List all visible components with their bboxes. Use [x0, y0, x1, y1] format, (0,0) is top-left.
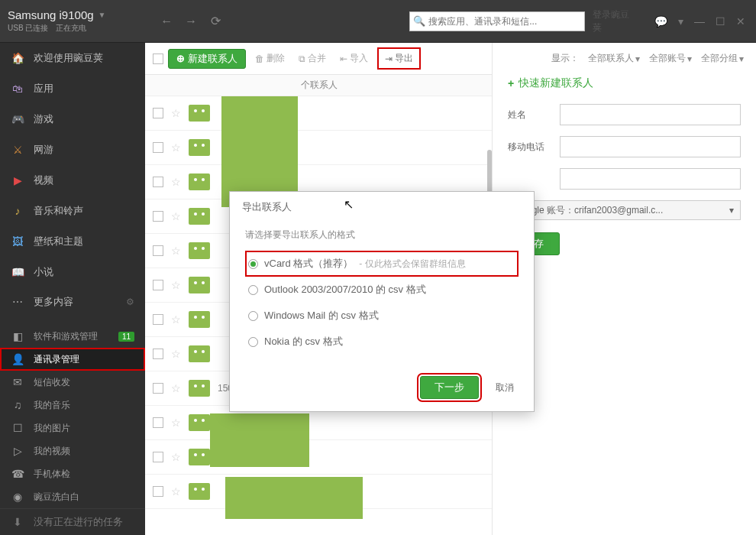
cancel-button[interactable]: 取消 [488, 377, 522, 399]
sidebar-item-health[interactable]: ☎手机体检 [0, 462, 145, 485]
phone-icon: ☎ [11, 467, 24, 481]
sidebar-item-my-pics[interactable]: ☐我的图片 [0, 417, 145, 439]
star-icon[interactable]: ☆ [171, 107, 181, 119]
sidebar-item-wallpaper[interactable]: 🖼壁纸和主题 [0, 226, 145, 257]
star-icon[interactable]: ☆ [171, 451, 181, 463]
filter-contacts[interactable]: 全部联系人 ▾ [588, 52, 640, 65]
star-icon[interactable]: ☆ [171, 348, 181, 360]
forward-button[interactable]: → [180, 11, 202, 32]
star-icon[interactable]: ☆ [171, 210, 181, 222]
button-label: 导出 [395, 52, 413, 65]
row-checkbox[interactable] [153, 108, 163, 118]
row-checkbox[interactable] [153, 417, 163, 428]
option-label: Nokia 的 csv 格式 [264, 335, 343, 349]
account-select[interactable]: Google 账号：crifan2003@gmail.c...▾ [508, 200, 741, 220]
phone-label: 移动电话 [508, 141, 551, 154]
merge-icon: ⧉ [299, 54, 305, 64]
option-label: Outlook 2003/2007/2010 的 csv 格式 [264, 283, 426, 297]
minimize-icon[interactable]: — [691, 14, 708, 29]
chevron-down-icon: ▼ [99, 11, 106, 19]
option-windowsmail[interactable]: Windows Mail 的 csv 格式 [245, 303, 519, 329]
sidebar: 🏠欢迎使用豌豆荚 🛍应用 🎮游戏 ⚔网游 ▶视频 ♪音乐和铃声 🖼壁纸和主题 📖… [0, 43, 145, 535]
trash-icon: 🗑 [255, 54, 264, 64]
row-checkbox[interactable] [153, 280, 163, 290]
radio-icon [248, 285, 258, 295]
back-button[interactable]: ← [156, 11, 177, 32]
filter-groups[interactable]: 全部分组 ▾ [701, 52, 744, 65]
device-name: Samsung i9100g [8, 8, 94, 21]
row-checkbox[interactable] [153, 211, 163, 222]
sidebar-item-netgames[interactable]: ⚔网游 [0, 135, 145, 165]
row-checkbox[interactable] [153, 349, 163, 359]
sidebar-item-music[interactable]: ♪音乐和铃声 [0, 196, 145, 226]
scrollbar[interactable] [487, 150, 492, 196]
bag-icon: 🛍 [11, 82, 24, 96]
next-button[interactable]: 下一步 [420, 376, 479, 399]
phone-input[interactable] [560, 136, 741, 157]
gamepad-icon: 🎮 [11, 112, 24, 126]
star-icon[interactable]: ☆ [171, 245, 181, 257]
sidebar-item-welcome[interactable]: 🏠欢迎使用豌豆荚 [0, 43, 145, 73]
filter-accounts[interactable]: 全部账号 ▾ [649, 52, 692, 65]
sidebar-item-sms[interactable]: ✉短信收发 [0, 371, 145, 394]
list-item[interactable]: ☆ [145, 440, 492, 475]
maximize-icon[interactable]: ☐ [712, 14, 729, 29]
radio-icon [248, 337, 258, 347]
option-outlook[interactable]: Outlook 2003/2007/2010 的 csv 格式 [245, 277, 519, 303]
button-label: 导入 [350, 52, 368, 65]
list-item[interactable]: ☆ [145, 96, 492, 131]
settings-icon[interactable]: ▾ [675, 14, 687, 29]
book-icon: 📖 [11, 265, 24, 279]
list-item[interactable]: ☆ [145, 131, 492, 165]
row-checkbox[interactable] [153, 314, 163, 325]
row-checkbox[interactable] [153, 245, 163, 256]
merge-button[interactable]: ⧉合并 [294, 52, 331, 65]
gear-icon[interactable]: ⚙ [126, 297, 134, 307]
star-icon[interactable]: ☆ [171, 313, 181, 326]
chat-icon[interactable]: 💬 [651, 14, 670, 29]
row-checkbox[interactable] [153, 177, 163, 187]
sidebar-item-novel[interactable]: 📖小说 [0, 257, 145, 287]
option-nokia[interactable]: Nokia 的 csv 格式 [245, 329, 519, 355]
star-icon[interactable]: ☆ [171, 382, 181, 394]
sidebar-item-more[interactable]: ⋯更多内容⚙ [0, 287, 145, 318]
row-checkbox[interactable] [153, 486, 163, 497]
row-checkbox[interactable] [153, 383, 163, 394]
export-button[interactable]: ⇥导出 [377, 47, 421, 70]
star-icon[interactable]: ☆ [171, 417, 181, 429]
star-icon[interactable]: ☆ [171, 176, 181, 188]
download-icon: ⬇ [11, 515, 24, 529]
search-input[interactable] [409, 11, 585, 31]
option-vcard[interactable]: vCard 格式（推荐）- 仅此格式会保留群组信息 [245, 251, 519, 277]
login-link[interactable]: 登录豌豆荚 [593, 8, 638, 34]
sidebar-item-apps[interactable]: 🛍应用 [0, 73, 145, 104]
sidebar-item-video[interactable]: ▶视频 [0, 165, 145, 196]
close-icon[interactable]: ✕ [733, 14, 748, 29]
plus-icon: ⊕ [176, 53, 185, 64]
select-all-checkbox[interactable] [153, 54, 163, 64]
new-contact-button[interactable]: ⊕新建联系人 [168, 49, 246, 69]
show-label: 显示： [551, 52, 579, 65]
sidebar-item-contacts[interactable]: 👤通讯录管理 [0, 348, 145, 371]
star-icon[interactable]: ☆ [171, 279, 181, 291]
sidebar-item-app-manage[interactable]: ◧软件和游戏管理11 [0, 325, 145, 348]
name-input[interactable] [560, 104, 741, 125]
pic-icon: ☐ [11, 421, 24, 435]
delete-button[interactable]: 🗑删除 [250, 52, 289, 65]
charge-status: 正在充电 [56, 23, 86, 34]
device-block[interactable]: Samsung i9100g ▼ USB 已连接 正在充电 [8, 8, 142, 34]
row-checkbox[interactable] [153, 142, 163, 153]
row-checkbox[interactable] [153, 452, 163, 462]
star-icon[interactable]: ☆ [171, 141, 181, 154]
radio-icon [248, 259, 258, 269]
extra-input[interactable] [560, 168, 741, 190]
sidebar-item-games[interactable]: 🎮游戏 [0, 104, 145, 135]
star-icon[interactable]: ☆ [171, 485, 181, 498]
avatar-icon [189, 208, 210, 225]
sidebar-item-wash[interactable]: ◉豌豆洗白白 [0, 485, 145, 508]
refresh-button[interactable]: ⟳ [205, 11, 226, 32]
sidebar-footer-tasks[interactable]: ⬇没有正在进行的任务 [0, 509, 145, 535]
sidebar-item-my-video[interactable]: ▷我的视频 [0, 439, 145, 462]
import-button[interactable]: ⇤导入 [335, 52, 373, 65]
sidebar-item-my-music[interactable]: ♫我的音乐 [0, 394, 145, 417]
